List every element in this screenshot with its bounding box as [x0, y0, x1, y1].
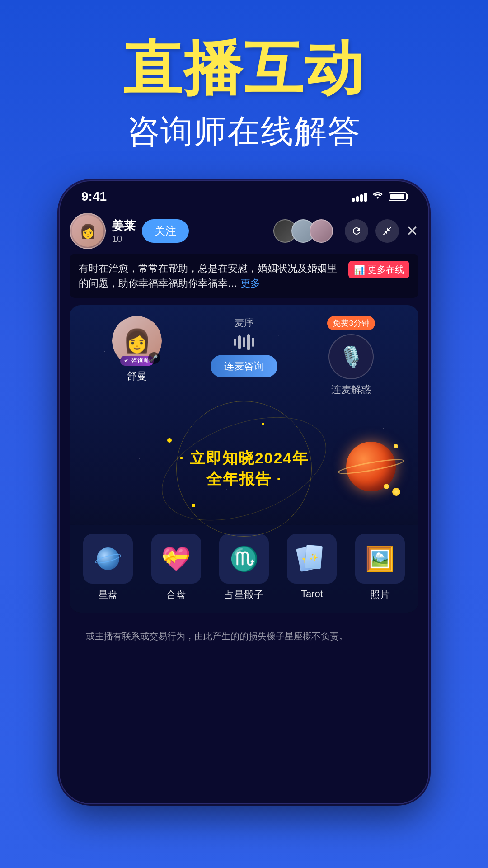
streamer-name: 姜莱	[112, 218, 136, 234]
disclaimer-text: 或主播有联系或交易行为，由此产生的的损失橡子星座概不负责。	[86, 629, 402, 643]
orbit-dot-1	[167, 438, 172, 443]
free-slot: 免费3分钟 🎙️ 连麦解惑	[298, 316, 405, 396]
streamer-avatar: 👩	[70, 213, 106, 249]
queue-slot: 麦序 连麦咨询	[190, 316, 297, 396]
main-title: 直播互动	[0, 36, 488, 101]
planet-sphere	[346, 442, 396, 491]
waveform	[234, 333, 254, 351]
connect-btn[interactable]: 连麦咨询	[211, 355, 277, 377]
wave-bar-5	[252, 338, 254, 347]
streamer-count: 10	[112, 234, 136, 244]
tool-label-dice: 占星骰子	[224, 588, 264, 602]
consultants-row: 👩 ✔ 咨询师 🎤 舒曼 麦序	[70, 305, 418, 401]
photo-icon: 🖼️	[365, 545, 394, 573]
online-badge-text: 更多在线	[368, 264, 404, 276]
online-badge: 📊 更多在线	[348, 261, 409, 278]
tarot-card-2: ✨	[305, 545, 323, 570]
tool-label-photo: 照片	[370, 588, 390, 602]
description-text: 有时在治愈，常常在帮助，总是在安慰，婚姻状况及婚姻里的问题，助你幸福幸福助你幸福…	[79, 261, 341, 291]
heart-combo-icon: 💝	[161, 545, 191, 573]
gold-dot-1	[392, 488, 400, 496]
wifi-icon	[372, 191, 383, 203]
refresh-icon[interactable]	[345, 219, 368, 243]
close-icon[interactable]: ✕	[406, 222, 418, 240]
streamer-info: 姜莱 10	[112, 218, 136, 244]
orbit-text: · 立即知晓2024年 全年报告 ·	[179, 448, 309, 490]
scorpio-icon: ♏	[230, 545, 259, 573]
planet-3d	[346, 442, 400, 496]
queue-label: 麦序	[234, 316, 254, 330]
sub-title: 咨询师在线解答	[0, 110, 488, 153]
consultant-name: 舒曼	[127, 369, 147, 383]
header-section: 直播互动 咨询师在线解答	[0, 0, 488, 153]
tool-label-xingpan: 星盘	[98, 588, 118, 602]
more-link[interactable]: 更多	[240, 278, 260, 289]
orbit-line2: 全年报告 ·	[179, 469, 309, 490]
avatar-face: 👩	[72, 215, 103, 247]
status-icons	[352, 191, 407, 203]
orbit-line1: · 立即知晓2024年	[179, 448, 309, 469]
phone-frame: 9:41 👩	[59, 180, 429, 804]
orbit-section: · 立即知晓2024年 全年报告 ·	[70, 392, 418, 546]
viewer-avatars	[273, 219, 333, 243]
header-icons: ✕	[345, 219, 418, 243]
mic-add-icon: 🎙️	[339, 345, 364, 368]
mic-add-button[interactable]: 🎙️	[328, 334, 374, 379]
status-bar: 9:41	[59, 180, 429, 208]
mic-indicator: 🎤	[148, 352, 160, 364]
tool-label-tarot: Tarot	[301, 588, 323, 600]
gold-dot-3	[394, 444, 398, 448]
consultant-slot: 👩 ✔ 咨询师 🎤 舒曼	[83, 316, 190, 396]
signal-icon	[352, 192, 367, 202]
disclaimer: 或主播有联系或交易行为，由此产生的的损失橡子星座概不负责。	[59, 620, 429, 652]
streamer-header: 👩 姜莱 10 关注	[59, 208, 429, 254]
status-time: 9:41	[81, 189, 107, 204]
battery-icon	[389, 192, 407, 201]
tarot-cards-icon: 🌟 ✨	[298, 545, 325, 572]
viewer-avatar-3	[310, 219, 333, 243]
planet-ring	[337, 456, 405, 477]
minimize-icon[interactable]	[375, 219, 399, 243]
follow-button[interactable]: 关注	[142, 219, 189, 243]
wave-bar-3	[243, 337, 245, 347]
phone-container: 9:41 👩	[59, 180, 429, 813]
orbit-dot-3	[262, 423, 264, 425]
free-badge: 免费3分钟	[327, 316, 375, 330]
wave-bar-1	[234, 339, 236, 346]
live-area: 👩 ✔ 咨询师 🎤 舒曼 麦序	[70, 305, 418, 613]
wave-bar-4	[247, 334, 250, 350]
gold-dot-2	[384, 484, 389, 489]
wave-bar-2	[238, 335, 241, 349]
tool-label-hepan: 合盘	[166, 588, 186, 602]
description-area: 有时在治愈，常常在帮助，总是在安慰，婚姻状况及婚姻里的问题，助你幸福幸福助你幸福…	[70, 254, 418, 298]
